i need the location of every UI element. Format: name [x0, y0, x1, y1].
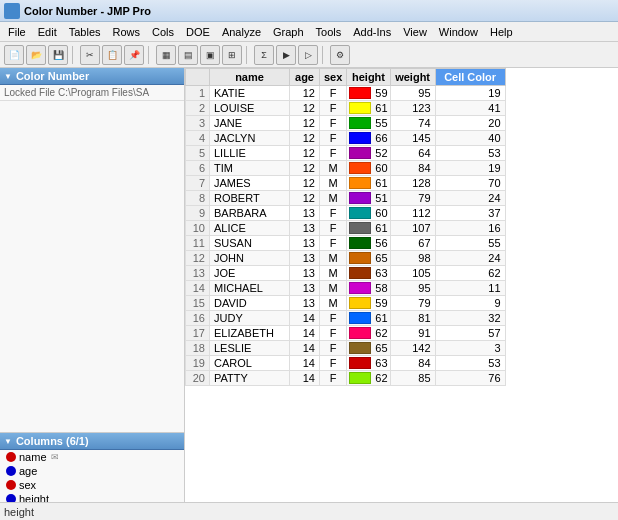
toolbar-btn-cut[interactable]: ✂	[80, 45, 100, 65]
table-row: 20PATTY14F628576	[186, 371, 506, 386]
cell-name: LOUISE	[210, 101, 290, 116]
columns-triangle[interactable]: ▼	[4, 437, 12, 446]
table-body: 1KATIE12F5995192LOUISE12F61123413JANE12F…	[186, 86, 506, 386]
cell-height: 63	[347, 356, 390, 371]
cell-age: 13	[290, 296, 320, 311]
cell-age: 12	[290, 191, 320, 206]
menu-item-edit[interactable]: Edit	[32, 24, 63, 40]
cell-height: 59	[347, 296, 390, 311]
col-item-name[interactable]: name ✉	[0, 450, 184, 464]
toolbar-btn-7[interactable]: ▷	[298, 45, 318, 65]
th-cellcolor[interactable]: Cell Color	[435, 69, 505, 86]
columns-title: Columns (6/1)	[16, 435, 89, 447]
cell-cellcolor: 24	[435, 191, 505, 206]
cell-height: 66	[347, 131, 390, 146]
toolbar-btn-save[interactable]: 💾	[48, 45, 68, 65]
cell-age: 12	[290, 176, 320, 191]
menu-item-help[interactable]: Help	[484, 24, 519, 40]
cell-sex: F	[320, 326, 347, 341]
cell-height: 63	[347, 266, 390, 281]
th-name[interactable]: name	[210, 69, 290, 86]
table-row: 7JAMES12M6112870	[186, 176, 506, 191]
cell-height: 61	[347, 176, 390, 191]
toolbar-btn-1[interactable]: ▦	[156, 45, 176, 65]
toolbar-btn-open[interactable]: 📂	[26, 45, 46, 65]
cell-age: 12	[290, 161, 320, 176]
cell-height: 56	[347, 236, 390, 251]
cell-rownum: 5	[186, 146, 210, 161]
cell-name: ALICE	[210, 221, 290, 236]
cell-cellcolor: 9	[435, 296, 505, 311]
dataset-title: Color Number	[16, 70, 89, 82]
th-weight[interactable]: weight	[390, 69, 435, 86]
cell-name: CAROL	[210, 356, 290, 371]
cell-sex: M	[320, 251, 347, 266]
col-item-sex[interactable]: sex	[0, 478, 184, 492]
toolbar-btn-new[interactable]: 📄	[4, 45, 24, 65]
toolbar-btn-3[interactable]: ▣	[200, 45, 220, 65]
th-age[interactable]: age	[290, 69, 320, 86]
cell-cellcolor: 3	[435, 341, 505, 356]
cell-rownum: 1	[186, 86, 210, 101]
menu-item-cols[interactable]: Cols	[146, 24, 180, 40]
cell-rownum: 16	[186, 311, 210, 326]
menu-item-window[interactable]: Window	[433, 24, 484, 40]
th-height[interactable]: height	[347, 69, 390, 86]
cell-weight: 145	[390, 131, 435, 146]
cell-name: LESLIE	[210, 341, 290, 356]
toolbar-btn-paste[interactable]: 📌	[124, 45, 144, 65]
col-item-age[interactable]: age	[0, 464, 184, 478]
table-area: name age sex height weight Cell Color 1K…	[185, 68, 618, 520]
cell-age: 12	[290, 116, 320, 131]
cell-sex: F	[320, 221, 347, 236]
menu-item-file[interactable]: File	[2, 24, 32, 40]
cell-age: 14	[290, 341, 320, 356]
menu-item-view[interactable]: View	[397, 24, 433, 40]
menu-item-tables[interactable]: Tables	[63, 24, 107, 40]
cell-height: 62	[347, 326, 390, 341]
table-row: 14MICHAEL13M589511	[186, 281, 506, 296]
th-sex[interactable]: sex	[320, 69, 347, 86]
menu-item-add-ins[interactable]: Add-Ins	[347, 24, 397, 40]
table-row: 18LESLIE14F651423	[186, 341, 506, 356]
cell-name: JOE	[210, 266, 290, 281]
toolbar-btn-2[interactable]: ▤	[178, 45, 198, 65]
menu-item-analyze[interactable]: Analyze	[216, 24, 267, 40]
th-rownum[interactable]	[186, 69, 210, 86]
cell-cellcolor: 16	[435, 221, 505, 236]
cell-age: 13	[290, 251, 320, 266]
cell-name: JUDY	[210, 311, 290, 326]
cell-weight: 84	[390, 356, 435, 371]
toolbar: 📄 📂 💾 ✂ 📋 📌 ▦ ▤ ▣ ⊞ Σ ▶ ▷ ⚙	[0, 42, 618, 68]
collapse-triangle[interactable]: ▼	[4, 72, 12, 81]
cell-rownum: 3	[186, 116, 210, 131]
cell-height: 60	[347, 161, 390, 176]
cell-rownum: 8	[186, 191, 210, 206]
toolbar-btn-5[interactable]: Σ	[254, 45, 274, 65]
table-row: 8ROBERT12M517924	[186, 191, 506, 206]
cell-cellcolor: 11	[435, 281, 505, 296]
cell-age: 13	[290, 266, 320, 281]
data-table: name age sex height weight Cell Color 1K…	[185, 68, 506, 386]
cell-height: 58	[347, 281, 390, 296]
menu-item-doe[interactable]: DOE	[180, 24, 216, 40]
cell-name: LILLIE	[210, 146, 290, 161]
toolbar-btn-6[interactable]: ▶	[276, 45, 296, 65]
cell-sex: F	[320, 116, 347, 131]
table-wrapper[interactable]: name age sex height weight Cell Color 1K…	[185, 68, 618, 520]
app-icon	[4, 3, 20, 19]
table-row: 6TIM12M608419	[186, 161, 506, 176]
toolbar-sep-3	[246, 46, 250, 64]
cell-rownum: 17	[186, 326, 210, 341]
table-row: 12JOHN13M659824	[186, 251, 506, 266]
menu-item-rows[interactable]: Rows	[107, 24, 147, 40]
cell-age: 13	[290, 236, 320, 251]
toolbar-btn-4[interactable]: ⊞	[222, 45, 242, 65]
menu-item-graph[interactable]: Graph	[267, 24, 310, 40]
toolbar-btn-8[interactable]: ⚙	[330, 45, 350, 65]
table-row: 5LILLIE12F526453	[186, 146, 506, 161]
table-row: 3JANE12F557420	[186, 116, 506, 131]
col-icon-name	[6, 452, 16, 462]
toolbar-btn-copy[interactable]: 📋	[102, 45, 122, 65]
menu-item-tools[interactable]: Tools	[310, 24, 348, 40]
